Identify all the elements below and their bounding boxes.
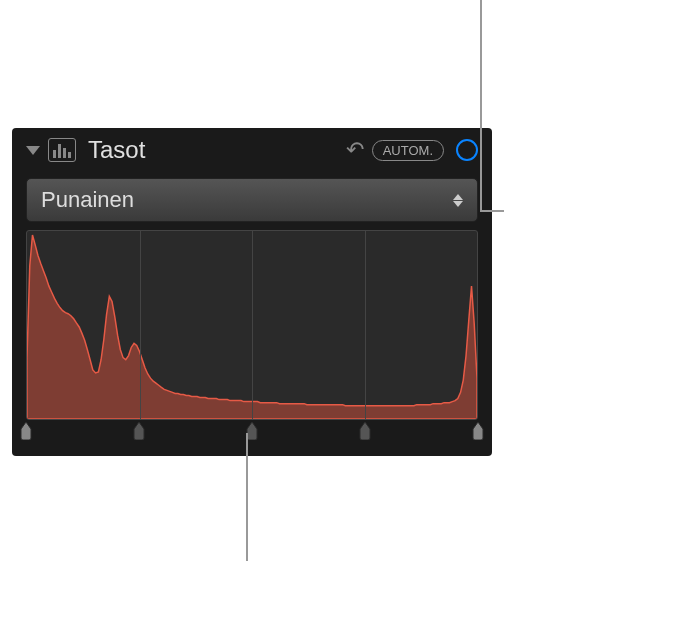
- channel-dropdown[interactable]: Punainen: [26, 178, 478, 222]
- histogram: [26, 230, 478, 420]
- callout-line: [480, 0, 482, 210]
- undo-icon[interactable]: ↶: [346, 137, 364, 163]
- grid-line: [252, 231, 253, 419]
- slider-handle[interactable]: [358, 422, 372, 440]
- enable-toggle[interactable]: [456, 139, 478, 161]
- channel-selected-label: Punainen: [41, 187, 134, 213]
- callout-line: [246, 433, 248, 561]
- grid-line: [140, 231, 141, 419]
- slider-handle[interactable]: [19, 422, 33, 440]
- slider-handle[interactable]: [471, 422, 485, 440]
- levels-icon: [48, 138, 76, 162]
- callout-line: [480, 210, 504, 212]
- panel-title: Tasot: [88, 136, 338, 164]
- disclosure-triangle-icon[interactable]: [26, 146, 40, 155]
- slider-handle[interactable]: [132, 422, 146, 440]
- levels-panel: Tasot ↶ AUTOM. Punainen: [12, 128, 492, 456]
- grid-line: [365, 231, 366, 419]
- levels-slider-track[interactable]: [26, 420, 478, 442]
- panel-header: Tasot ↶ AUTOM.: [12, 128, 492, 170]
- auto-button[interactable]: AUTOM.: [372, 140, 444, 161]
- updown-arrows-icon: [453, 194, 463, 207]
